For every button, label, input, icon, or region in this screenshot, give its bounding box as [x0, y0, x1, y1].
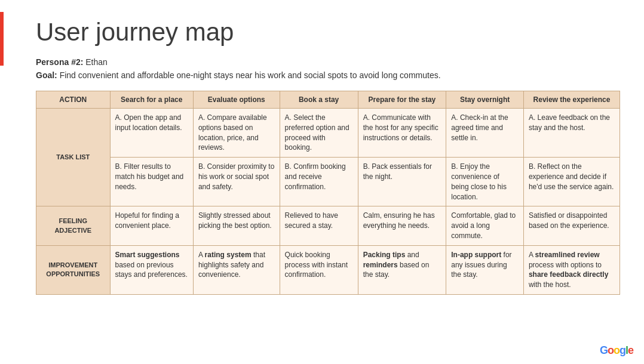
col-header-action: ACTION: [36, 91, 111, 109]
table-cell: Packing tips and reminders based on the …: [358, 245, 446, 294]
table-cell: B. Reflect on the experience and decide …: [523, 158, 620, 206]
table-cell: A. Open the app and input location detai…: [110, 109, 193, 158]
table-cell: Slightly stressed about picking the best…: [193, 206, 280, 245]
table-cell: A rating system that highlights safety a…: [193, 245, 280, 294]
col-header-book: Book a stay: [280, 91, 358, 109]
google-letter-G: G: [600, 344, 608, 356]
table-row: FEELING ADJECTIVEHopeful for finding a c…: [36, 206, 620, 245]
table-cell: B. Filter results to match his budget an…: [110, 158, 193, 206]
goal-text: Find convenient and affordable one-night…: [60, 70, 441, 80]
persona-label: Persona #2:: [36, 57, 83, 67]
table-cell: B. Pack essentials for the night.: [358, 158, 446, 206]
table-cell: B. Enjoy the convenience of being close …: [446, 158, 524, 206]
table-cell: Hopeful for finding a convenient place.: [110, 206, 193, 245]
persona-name: Ethan: [85, 57, 108, 67]
table-cell: Smart suggestions based on previous stay…: [110, 245, 193, 294]
table-cell: A. Compare available options based on lo…: [193, 109, 280, 158]
table-row: TASK LISTA. Open the app and input locat…: [36, 109, 620, 158]
table-cell: B. Confirm booking and receive confirmat…: [280, 158, 358, 206]
row-label-task-list: TASK LIST: [36, 109, 111, 206]
table-cell: Comfortable, glad to avoid a long commut…: [446, 206, 524, 245]
google-letter-o1: o: [608, 344, 614, 356]
google-logo: Google: [600, 344, 633, 357]
google-letter-e: e: [628, 344, 633, 356]
table-cell: A. Communicate with the host for any spe…: [358, 109, 446, 158]
table-cell: Quick booking process with instant confi…: [280, 245, 358, 294]
table-cell: A streamlined review process with option…: [523, 245, 620, 294]
page-title: User journey map: [36, 18, 620, 47]
table-header-row: ACTION Search for a place Evaluate optio…: [36, 91, 620, 109]
table-cell: Calm, ensuring he has everything he need…: [358, 206, 446, 245]
table-cell: In-app support for any issues during the…: [446, 245, 524, 294]
table-cell: Satisfied or disappointed based on the e…: [523, 206, 620, 245]
table-cell: A. Select the preferred option and proce…: [280, 109, 358, 158]
google-letter-g: g: [620, 344, 625, 356]
red-bar-accent: [0, 12, 4, 66]
col-header-review: Review the experience: [523, 91, 620, 109]
journey-map-table: ACTION Search for a place Evaluate optio…: [36, 91, 620, 295]
col-header-prepare: Prepare for the stay: [358, 91, 446, 109]
table-cell: A. Leave feedback on the stay and the ho…: [523, 109, 620, 158]
table-cell: B. Consider proximity to his work or soc…: [193, 158, 280, 206]
page-container: User journey map Persona #2: Ethan Goal:…: [0, 0, 644, 364]
goal-line: Goal: Find convenient and affordable one…: [36, 70, 620, 80]
col-header-evaluate: Evaluate options: [193, 91, 280, 109]
table-row: B. Filter results to match his budget an…: [36, 158, 620, 206]
row-label-improvement-opportunities: IMPROVEMENT OPPORTUNITIES: [36, 245, 111, 294]
col-header-search: Search for a place: [110, 91, 193, 109]
row-label-feeling-adjective: FEELING ADJECTIVE: [36, 206, 111, 245]
col-header-stay: Stay overnight: [446, 91, 524, 109]
table-cell: A. Check-in at the agreed time and settl…: [446, 109, 524, 158]
table-cell: Relieved to have secured a stay.: [280, 206, 358, 245]
persona-line: Persona #2: Ethan: [36, 57, 620, 67]
table-row: IMPROVEMENT OPPORTUNITIESSmart suggestio…: [36, 245, 620, 294]
goal-label: Goal:: [36, 70, 57, 80]
google-letter-o2: o: [614, 344, 620, 356]
